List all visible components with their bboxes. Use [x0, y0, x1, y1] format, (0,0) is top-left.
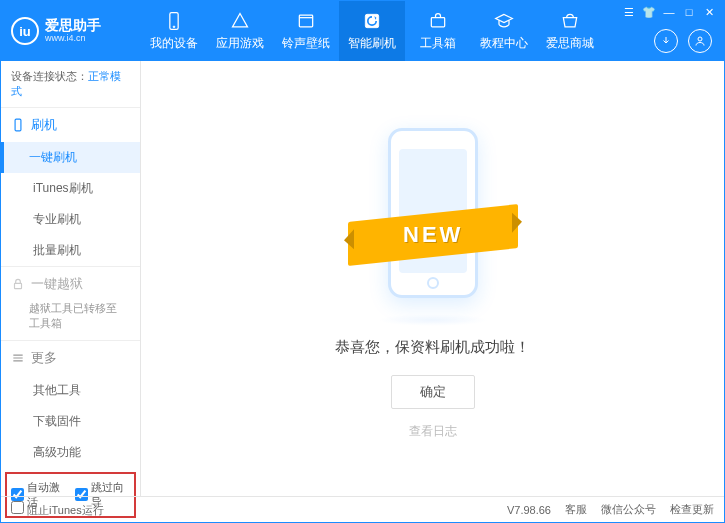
sidebar-item-batch-flash[interactable]: 批量刷机: [29, 235, 140, 266]
wechat-link[interactable]: 微信公众号: [601, 502, 656, 517]
main-content: NEW 恭喜您，保资料刷机成功啦！ 确定 查看日志: [141, 61, 724, 496]
user-button[interactable]: [688, 29, 712, 53]
statusbar: 阻止iTunes运行 V7.98.66 客服 微信公众号 检查更新: [1, 496, 724, 522]
logo-icon: iu: [11, 17, 39, 45]
sidebar-section-jailbreak[interactable]: 一键越狱: [1, 267, 140, 301]
tshirt-icon[interactable]: 👕: [640, 5, 658, 19]
apps-icon: [230, 11, 250, 31]
sidebar-item-download-firmware[interactable]: 下载固件: [29, 406, 140, 437]
connection-status: 设备连接状态：正常模式: [1, 61, 140, 108]
sidebar-item-onekey-flash[interactable]: 一键刷机: [1, 142, 140, 173]
body: 设备连接状态：正常模式 刷机 一键刷机 iTunes刷机 专业刷机 批量刷机 一…: [1, 61, 724, 496]
new-ribbon: NEW: [348, 204, 518, 266]
svg-rect-2: [299, 15, 312, 27]
sidebar-section-flash[interactable]: 刷机: [1, 108, 140, 142]
logo-area: iu 爱思助手 www.i4.cn: [1, 1, 141, 61]
sidebar-item-advanced[interactable]: 高级功能: [29, 437, 140, 468]
nav-my-device[interactable]: 我的设备: [141, 1, 207, 61]
nav-tutorials[interactable]: 教程中心: [471, 1, 537, 61]
store-icon: [560, 11, 580, 31]
version-label: V7.98.66: [507, 504, 551, 516]
nav-ringtone-wallpaper[interactable]: 铃声壁纸: [273, 1, 339, 61]
sidebar: 设备连接状态：正常模式 刷机 一键刷机 iTunes刷机 专业刷机 批量刷机 一…: [1, 61, 141, 496]
customer-service-link[interactable]: 客服: [565, 502, 587, 517]
phone-icon: [164, 11, 184, 31]
titlebar: iu 爱思助手 www.i4.cn 我的设备 应用游戏 铃声壁纸 智能刷机: [1, 1, 724, 61]
tutorial-icon: [494, 11, 514, 31]
maximize-icon[interactable]: □: [680, 5, 698, 19]
sidebar-item-itunes-flash[interactable]: iTunes刷机: [29, 173, 140, 204]
main-nav: 我的设备 应用游戏 铃声壁纸 智能刷机 工具箱 教程中心: [141, 1, 614, 61]
sidebar-item-pro-flash[interactable]: 专业刷机: [29, 204, 140, 235]
app-window: iu 爱思助手 www.i4.cn 我的设备 应用游戏 铃声壁纸 智能刷机: [0, 0, 725, 523]
svg-point-5: [698, 37, 702, 41]
nav-store[interactable]: 爱思商城: [537, 1, 603, 61]
nav-toolbox[interactable]: 工具箱: [405, 1, 471, 61]
phone-illustration: NEW: [358, 118, 508, 318]
confirm-button[interactable]: 确定: [391, 375, 475, 409]
check-update-link[interactable]: 检查更新: [670, 502, 714, 517]
svg-rect-4: [431, 17, 444, 26]
phone-icon: [11, 118, 25, 132]
checkbox-block-itunes[interactable]: 阻止iTunes运行: [11, 501, 104, 518]
view-log-link[interactable]: 查看日志: [409, 423, 457, 440]
svg-rect-7: [15, 283, 22, 288]
more-icon: [11, 351, 25, 365]
lock-icon: [11, 277, 25, 291]
download-button[interactable]: [654, 29, 678, 53]
jailbreak-note: 越狱工具已转移至 工具箱: [1, 301, 140, 340]
svg-rect-6: [15, 119, 21, 131]
svg-point-1: [173, 26, 175, 28]
app-url: www.i4.cn: [45, 34, 101, 44]
close-icon[interactable]: ✕: [700, 5, 718, 19]
success-message: 恭喜您，保资料刷机成功啦！: [335, 338, 530, 357]
app-name: 爱思助手: [45, 18, 101, 33]
menu-icon[interactable]: ☰: [620, 5, 638, 19]
sidebar-item-other-tools[interactable]: 其他工具: [29, 375, 140, 406]
flash-icon: [362, 11, 382, 31]
sidebar-section-more[interactable]: 更多: [1, 341, 140, 375]
window-controls: ☰ 👕 — □ ✕: [614, 1, 724, 23]
wallpaper-icon: [296, 11, 316, 31]
nav-apps-games[interactable]: 应用游戏: [207, 1, 273, 61]
minimize-icon[interactable]: —: [660, 5, 678, 19]
nav-smart-flash[interactable]: 智能刷机: [339, 1, 405, 61]
toolbox-icon: [428, 11, 448, 31]
